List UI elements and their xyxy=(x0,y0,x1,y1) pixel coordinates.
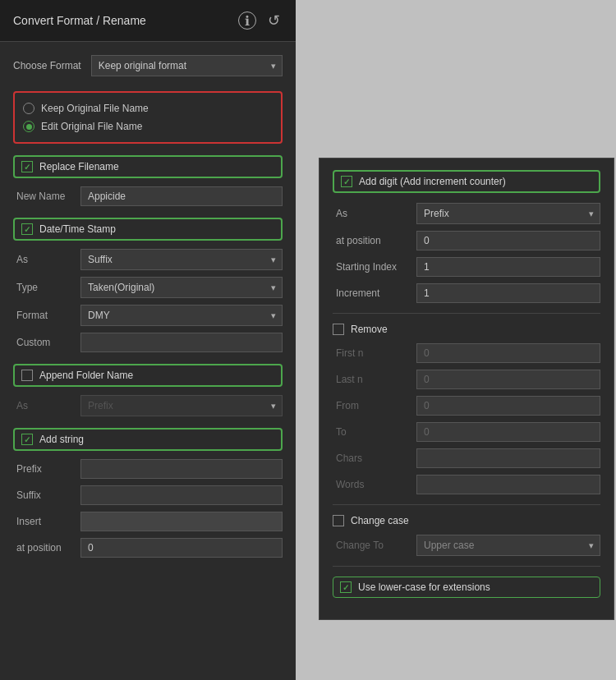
datetime-custom-row: Custom xyxy=(13,333,283,352)
right-panel: Add digit (Add increment counter) As Pre… xyxy=(319,158,614,620)
datetime-format-label: Format xyxy=(16,310,74,321)
add-digit-as-label: As xyxy=(336,208,410,219)
add-string-prefix-row: Prefix xyxy=(13,459,283,479)
use-lowercase-checkbox[interactable] xyxy=(340,581,352,593)
add-digit-as-select-wrapper: Prefix xyxy=(416,203,600,224)
divider-2 xyxy=(333,504,600,505)
add-digit-position-input[interactable] xyxy=(416,231,600,250)
add-digit-increment-label: Increment xyxy=(336,287,410,299)
change-case-title: Change case xyxy=(351,515,409,526)
replace-filename-checkbox[interactable] xyxy=(21,161,33,172)
format-select[interactable]: Keep original format xyxy=(91,55,283,76)
datetime-custom-input[interactable] xyxy=(80,333,283,352)
left-panel: Convert Format / Rename ℹ ↺ Choose Forma… xyxy=(0,0,296,680)
replace-filename-title: Replace Filename xyxy=(39,161,119,172)
keep-original-radio-circle xyxy=(23,103,34,114)
remove-first-n-label: First n xyxy=(336,347,410,359)
replace-filename-header[interactable]: Replace Filename xyxy=(13,155,283,178)
add-string-header[interactable]: Add string xyxy=(13,428,283,451)
format-select-wrapper: Keep original format xyxy=(91,55,283,76)
append-folder-as-select-wrapper: Prefix xyxy=(80,395,283,416)
append-folder-as-select[interactable]: Prefix xyxy=(80,395,283,416)
datetime-as-select[interactable]: Suffix xyxy=(80,249,283,270)
remove-last-n-input[interactable] xyxy=(416,370,600,389)
remove-to-label: To xyxy=(336,426,410,438)
add-string-suffix-row: Suffix xyxy=(13,485,283,505)
append-folder-header[interactable]: Append Folder Name xyxy=(13,364,283,387)
datetime-as-label: As xyxy=(16,254,74,265)
change-case-to-label: Change To xyxy=(336,540,410,551)
add-digit-increment-row: Increment xyxy=(333,283,600,303)
edit-original-radio-circle xyxy=(23,121,34,132)
add-digit-increment-input[interactable] xyxy=(416,283,600,303)
datetime-stamp-header[interactable]: Date/Time Stamp xyxy=(13,218,283,241)
change-case-to-select-wrapper: Upper case xyxy=(416,535,600,556)
append-folder-checkbox[interactable] xyxy=(21,370,33,381)
replace-filename-section: Replace Filename New Name xyxy=(13,155,283,206)
add-string-position-row: at position xyxy=(13,538,283,558)
remove-chars-label: Chars xyxy=(336,453,410,464)
remove-to-row: To xyxy=(333,422,600,442)
remove-to-input[interactable] xyxy=(416,422,600,442)
add-digit-header[interactable]: Add digit (Add increment counter) xyxy=(333,170,600,193)
add-digit-as-row: As Prefix xyxy=(333,203,600,224)
datetime-stamp-section: Date/Time Stamp As Suffix Type Taken(Ori… xyxy=(13,218,283,352)
remove-header[interactable]: Remove xyxy=(333,324,600,335)
keep-original-radio[interactable]: Keep Original File Name xyxy=(23,99,273,117)
add-string-suffix-input[interactable] xyxy=(80,485,283,505)
datetime-format-select-wrapper: DMY xyxy=(80,305,283,326)
add-digit-starting-row: Starting Index xyxy=(333,257,600,277)
datetime-type-select[interactable]: Taken(Original) xyxy=(80,277,283,298)
edit-original-radio[interactable]: Edit Original File Name xyxy=(23,117,273,136)
keep-original-radio-label: Keep Original File Name xyxy=(41,103,149,114)
add-string-prefix-input[interactable] xyxy=(80,459,283,479)
datetime-type-label: Type xyxy=(16,282,74,293)
new-name-row: New Name xyxy=(13,186,283,206)
append-folder-section: Append Folder Name As Prefix xyxy=(13,364,283,416)
edit-original-radio-label: Edit Original File Name xyxy=(41,121,142,132)
datetime-format-select[interactable]: DMY xyxy=(80,305,283,326)
use-lowercase-row[interactable]: Use lower-case for extensions xyxy=(333,577,600,598)
append-folder-as-label: As xyxy=(16,400,74,411)
append-folder-as-row: As Prefix xyxy=(13,395,283,416)
add-string-position-input[interactable] xyxy=(80,538,283,558)
reset-button[interactable]: ↺ xyxy=(264,11,283,30)
remove-title: Remove xyxy=(351,324,388,335)
change-case-checkbox[interactable] xyxy=(333,515,344,526)
divider-3 xyxy=(333,566,600,567)
datetime-stamp-title: Date/Time Stamp xyxy=(39,223,116,235)
remove-chars-row: Chars xyxy=(333,448,600,468)
new-name-input[interactable] xyxy=(80,186,283,206)
datetime-as-row: As Suffix xyxy=(13,249,283,270)
panel-body: Choose Format Keep original format Keep … xyxy=(0,42,296,558)
add-digit-as-select[interactable]: Prefix xyxy=(416,203,600,224)
add-digit-starting-input[interactable] xyxy=(416,257,600,277)
change-case-header[interactable]: Change case xyxy=(333,515,600,526)
change-case-to-row: Change To Upper case xyxy=(333,535,600,556)
remove-words-row: Words xyxy=(333,475,600,494)
add-digit-checkbox[interactable] xyxy=(341,176,352,187)
remove-words-input[interactable] xyxy=(416,475,600,494)
filename-option-group: Keep Original File Name Edit Original Fi… xyxy=(13,91,283,144)
remove-from-input[interactable] xyxy=(416,396,600,416)
add-string-checkbox[interactable] xyxy=(21,434,33,445)
choose-format-label: Choose Format xyxy=(13,60,81,71)
add-string-insert-input[interactable] xyxy=(80,512,283,531)
remove-first-n-input[interactable] xyxy=(416,343,600,363)
remove-chars-input[interactable] xyxy=(416,448,600,468)
add-string-position-label: at position xyxy=(16,542,74,554)
choose-format-row: Choose Format Keep original format xyxy=(13,55,283,76)
info-button[interactable]: ℹ xyxy=(238,11,256,30)
add-digit-position-label: at position xyxy=(336,235,410,246)
add-digit-starting-label: Starting Index xyxy=(336,261,410,273)
panel-header: Convert Format / Rename ℹ ↺ xyxy=(0,0,296,42)
panel-title: Convert Format / Rename xyxy=(13,14,146,27)
remove-first-n-row: First n xyxy=(333,343,600,363)
remove-checkbox[interactable] xyxy=(333,324,344,335)
change-case-to-select[interactable]: Upper case xyxy=(416,535,600,556)
datetime-stamp-checkbox[interactable] xyxy=(21,223,33,235)
datetime-format-row: Format DMY xyxy=(13,305,283,326)
use-lowercase-title: Use lower-case for extensions xyxy=(358,581,490,593)
datetime-type-row: Type Taken(Original) xyxy=(13,277,283,298)
remove-from-row: From xyxy=(333,396,600,416)
